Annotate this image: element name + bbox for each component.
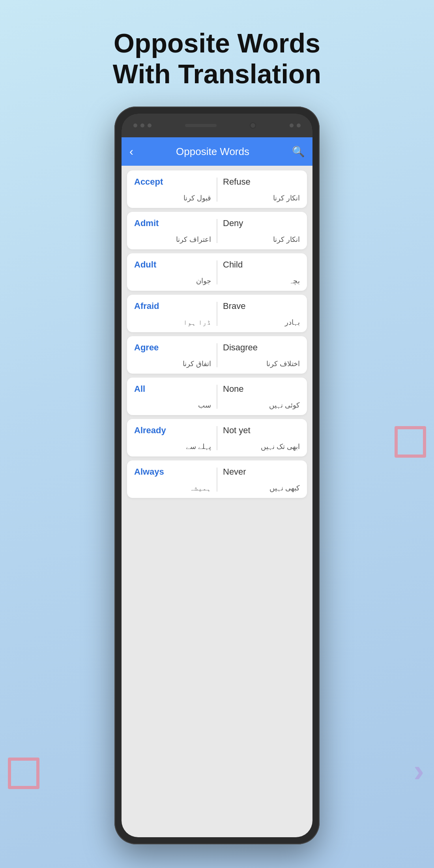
deco-shape-right — [395, 426, 426, 458]
word-ur-right-7: کبھی نہیں — [223, 484, 300, 492]
word-card: Admit اعتراف کرنا Deny انکار کرنا — [127, 212, 307, 249]
camera-dots-right — [290, 123, 301, 127]
word-en-right-3: Brave — [223, 301, 300, 311]
app-header: ‹ Opposite Words 🔍 — [122, 137, 312, 166]
title-line2: With Translation — [113, 59, 321, 89]
word-left-4: Agree اتفاق کرنا — [134, 342, 217, 368]
deco-chevron-right-icon: › — [413, 753, 424, 789]
word-en-left-3: Afraid — [134, 301, 211, 311]
speaker-bar — [185, 124, 217, 127]
app-content: Accept قبول کرنا Refuse انکار کرنا Admit… — [122, 166, 312, 837]
word-ur-right-0: انکار کرنا — [223, 194, 300, 202]
word-card: Agree اتفاق کرنا Disagree اختلاف کرنا — [127, 336, 307, 374]
word-right-2: Child بچہ — [217, 260, 300, 285]
word-right-3: Brave بہادر — [217, 301, 300, 327]
word-right-7: Never کبھی نہیں — [217, 467, 300, 492]
word-en-left-6: Already — [134, 425, 211, 436]
word-ur-left-0: قبول کرنا — [134, 194, 211, 202]
word-en-right-0: Refuse — [223, 177, 300, 187]
word-en-left-2: Adult — [134, 260, 211, 270]
word-en-right-7: Never — [223, 467, 300, 477]
word-card: Already پہلے سے Not yet ابھی تک نہیں — [127, 419, 307, 456]
word-ur-right-3: بہادر — [223, 318, 300, 327]
word-left-7: Always ہمیشہ — [134, 467, 217, 492]
word-en-right-4: Disagree — [223, 342, 300, 353]
phone-status-bar — [122, 114, 312, 137]
word-en-right-5: None — [223, 384, 300, 394]
word-en-right-1: Deny — [223, 218, 300, 228]
dot4 — [290, 123, 294, 127]
word-ur-right-1: انکار کرنا — [223, 235, 300, 244]
word-ur-left-4: اتفاق کرنا — [134, 359, 211, 368]
word-en-left-7: Always — [134, 467, 211, 477]
word-en-left-0: Accept — [134, 177, 211, 187]
word-card: All سب None کوئی نہیں — [127, 378, 307, 415]
dot3 — [148, 123, 152, 127]
dot1 — [133, 123, 137, 127]
word-en-right-6: Not yet — [223, 425, 300, 436]
word-ur-right-4: اختلاف کرنا — [223, 359, 300, 368]
word-right-6: Not yet ابھی تک نہیں — [217, 425, 300, 451]
word-card: Accept قبول کرنا Refuse انکار کرنا — [127, 170, 307, 208]
word-ur-left-7: ہمیشہ — [134, 484, 211, 492]
word-en-left-5: All — [134, 384, 211, 394]
word-card: Always ہمیشہ Never کبھی نہیں — [127, 460, 307, 498]
word-right-1: Deny انکار کرنا — [217, 218, 300, 244]
phone-frame: ‹ Opposite Words 🔍 Accept قبول کرنا Refu… — [114, 107, 320, 844]
camera-dots — [133, 123, 152, 127]
back-button[interactable]: ‹ — [129, 145, 133, 158]
page-title-section: Opposite Words With Translation — [0, 0, 434, 105]
word-left-1: Admit اعتراف کرنا — [134, 218, 217, 244]
dot5 — [297, 123, 301, 127]
dot2 — [140, 123, 144, 127]
word-ur-left-6: پہلے سے — [134, 442, 211, 451]
word-card: Afraid ڈرا ہوا Brave بہادر — [127, 295, 307, 332]
word-left-2: Adult جوان — [134, 260, 217, 285]
word-left-0: Accept قبول کرنا — [134, 177, 217, 202]
word-ur-left-2: جوان — [134, 277, 211, 285]
word-left-6: Already پہلے سے — [134, 425, 217, 451]
front-camera — [250, 122, 256, 129]
phone-inner: ‹ Opposite Words 🔍 Accept قبول کرنا Refu… — [122, 114, 312, 837]
word-right-0: Refuse انکار کرنا — [217, 177, 300, 202]
word-ur-left-3: ڈرا ہوا — [134, 318, 211, 327]
word-ur-right-5: کوئی نہیں — [223, 401, 300, 410]
word-en-right-2: Child — [223, 260, 300, 270]
word-right-5: None کوئی نہیں — [217, 384, 300, 410]
word-ur-left-5: سب — [134, 401, 211, 410]
title-line1: Opposite Words — [114, 28, 320, 58]
word-right-4: Disagree اختلاف کرنا — [217, 342, 300, 368]
word-card: Adult جوان Child بچہ — [127, 253, 307, 291]
word-ur-left-1: اعتراف کرنا — [134, 235, 211, 244]
word-ur-right-2: بچہ — [223, 277, 300, 285]
word-ur-right-6: ابھی تک نہیں — [223, 442, 300, 451]
word-en-left-4: Agree — [134, 342, 211, 353]
deco-shape-bottom-left — [8, 758, 39, 789]
main-title: Opposite Words With Translation — [0, 28, 434, 89]
word-en-left-1: Admit — [134, 218, 211, 228]
word-left-3: Afraid ڈرا ہوا — [134, 301, 217, 327]
word-left-5: All سب — [134, 384, 217, 410]
search-icon[interactable]: 🔍 — [292, 146, 305, 158]
header-title: Opposite Words — [139, 146, 286, 158]
